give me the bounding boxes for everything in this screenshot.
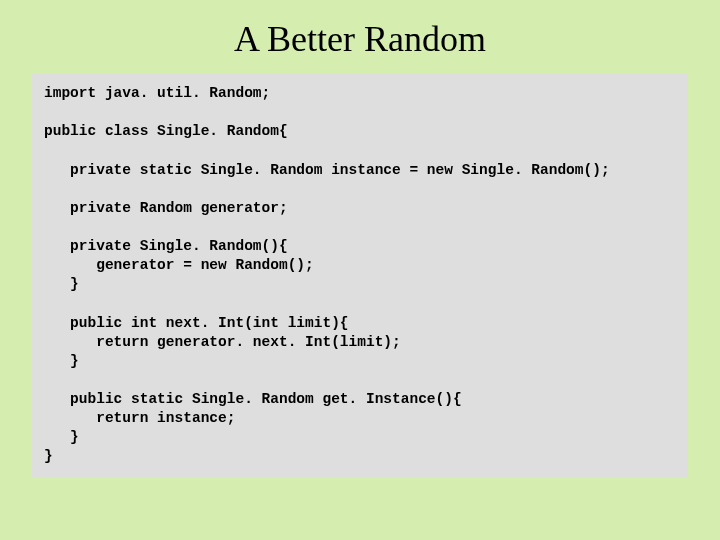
slide-title: A Better Random [32,18,688,60]
code-block: import java. util. Random; public class … [32,74,688,477]
slide: A Better Random import java. util. Rando… [0,0,720,540]
